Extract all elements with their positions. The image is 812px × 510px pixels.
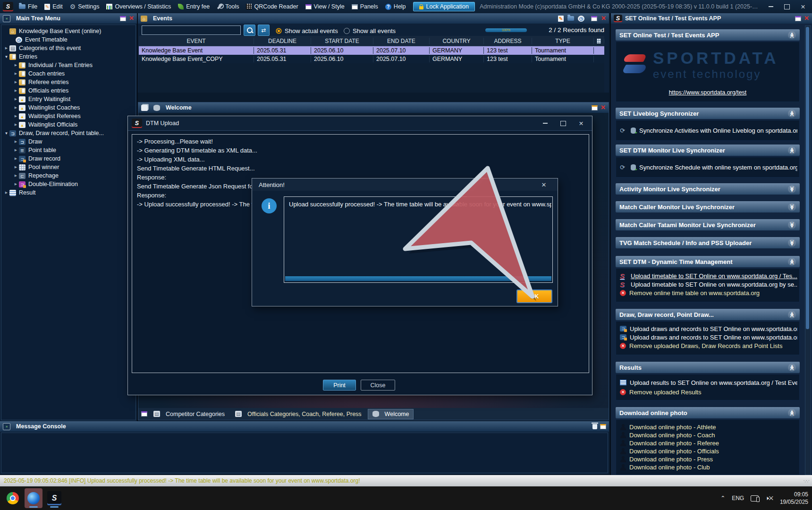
section-draw-record[interactable]: Draw, Draw record, Point Draw...≪ [616,309,800,320]
minimize-button[interactable] [764,1,778,12]
expand-icon[interactable]: ≪ [788,203,796,211]
refresh-filter-button[interactable]: ⇄ [258,25,270,36]
download-photo-athlete[interactable]: Download online photo - Athlete [620,423,797,431]
upload-timetable-link[interactable]: SUpload timetable to SET Online on www.s… [620,272,797,280]
events-table-header[interactable]: EVENTDEADLINE START DATEEND DATE COUNTRY… [139,36,604,46]
section-set-dtm[interactable]: SET DTM - Dynamic Time Management≪ [616,256,800,267]
close-dialog-button[interactable]: Close [361,380,395,391]
menu-tools[interactable]: Tools [217,3,239,10]
events-restore-icon[interactable] [591,16,597,21]
expand-icon[interactable]: ≪ [788,185,796,193]
collapse-icon[interactable]: ≪ [788,258,796,266]
upload-draws-link-2[interactable]: ⊐Upload draws and records to SET Online … [620,333,797,341]
tree-item-referee-entries[interactable]: Referee entries [3,78,135,86]
tree-item-coach-entries[interactable]: Coach entries [3,69,135,78]
edit-event-icon[interactable]: ✎ [558,16,564,22]
tree-close-icon[interactable]: ✕ [129,16,134,21]
menu-overviews-statistics[interactable]: Overviews / Statistics [106,3,171,10]
display-icon[interactable] [751,495,759,502]
collapse-icon[interactable]: ≪ [788,146,796,154]
collapse-icon[interactable]: ≪ [788,110,796,118]
tab-competitor-categories[interactable]: Competitor Categories [149,409,229,419]
remove-online-timetable-link[interactable]: ✕Remove online time table on www.sportda… [620,289,797,297]
menu-entry-fee[interactable]: Entry fee [178,3,210,10]
volume-muted-icon[interactable]: 🕨✕ [765,495,773,502]
upload-draws-link-1[interactable]: ⊐Upload draws and records to SET Online … [620,324,797,333]
menu-edit[interactable]: ✎Edit [44,3,63,10]
tree-item-draw-group[interactable]: Draw, Draw record, Point table... [3,129,135,137]
collapse-icon[interactable]: ≪ [788,409,796,417]
tree-item-double-elimination[interactable]: Double-Elimination [3,180,135,188]
download-photo-referee[interactable]: Download online photo - Referee [620,439,797,447]
upload-results-link[interactable]: Upload results to SET Online on www.spor… [620,378,797,387]
menu-help[interactable]: ?Help [385,3,406,10]
tab-officials-categories[interactable]: Officials Categories, Coach, Referee, Pr… [231,409,366,419]
resize-grip[interactable]: ⸪⸪ [804,478,808,484]
expand-icon[interactable]: ≪ [788,221,796,229]
radio-show-all-events[interactable]: Show all events [344,27,396,34]
tree-item-officials-entries[interactable]: Officials entries [3,86,135,95]
welcome-restore-icon[interactable] [592,105,598,110]
collapse-icon[interactable]: ≪ [788,311,796,319]
tree-item-waitinglist-officials[interactable]: Waitinglist Officials [3,120,135,129]
tree-restore-icon[interactable] [120,16,126,21]
sidebar-scrollbar[interactable] [805,26,811,475]
tree-item-waitinglist-referees[interactable]: Waitinglist Referees [3,112,135,120]
download-photo-press[interactable]: Download online photo - Press [620,455,797,463]
tree-item-waitinglist-coaches[interactable]: Waitinglist Coaches [3,103,135,112]
event-search-input[interactable] [142,26,241,35]
attention-titlebar[interactable]: Attention! ✕ [252,178,558,191]
menu-file[interactable]: File [19,3,37,10]
print-button[interactable]: Print [323,380,356,391]
tree-item-event-timetable[interactable]: Event Timetable [3,35,135,44]
download-photo-club[interactable]: Download online photo - Club [620,463,797,471]
tree-item-categories[interactable]: Categories of this event [3,44,135,52]
menu-panels[interactable]: Panels [352,3,378,10]
taskbar-sportdata-button[interactable]: S [45,488,63,508]
collapse-icon[interactable]: ≪ [788,31,796,39]
tree-item-knowledge-base-event[interactable]: Knowledge Base Event (online) [3,27,135,35]
section-download-photo[interactable]: Download online photo≪ [616,407,800,418]
section-activity-monitor[interactable]: Activity Monitor Live Synchronizer≪ [616,183,800,195]
tree-item-result[interactable]: Result [3,188,135,197]
welcome-close-icon[interactable]: ✕ [601,105,606,110]
download-photo-coach[interactable]: Download online photo - Coach [620,431,797,439]
events-close-icon[interactable]: ✕ [601,16,606,21]
maximize-button[interactable] [780,1,794,12]
sportdata-test-link[interactable]: https://www.sportdata.org/test [616,89,799,96]
close-button[interactable]: ✕ [796,1,810,12]
sync-liveblog-item[interactable]: ⟳Synchronize Activities with Online Live… [620,126,797,135]
tree-item-draw-record[interactable]: Draw record [3,154,135,163]
taskbar-clock[interactable]: 09:05 19/05/2025 [780,491,808,506]
section-liveblog-sync[interactable]: SET Liveblog Synchronizer≪ [616,108,800,119]
search-button[interactable] [244,25,255,36]
tree-item-repechage[interactable]: Repechage [3,171,135,180]
dtm-minimize-button[interactable] [538,118,552,128]
upload-timetable-by-session-link[interactable]: SUpload timetable to SET Online on www.s… [620,280,797,289]
dtm-dialog-titlebar[interactable]: S DTM Upload ✕ [128,116,592,131]
taskbar-active-app-button[interactable] [25,488,42,508]
menu-qrcode-reader[interactable]: QRCode Reader [246,3,298,10]
dtm-close-button[interactable]: ✕ [574,118,588,128]
ok-button[interactable]: OK [516,289,552,303]
column-options-icon[interactable] [597,39,601,43]
open-event-icon[interactable] [567,16,574,21]
attention-close-button[interactable]: ✕ [537,179,551,190]
tree-item-point-table[interactable]: Point table [3,146,135,154]
language-indicator[interactable]: ENG [732,495,744,502]
taskbar-chrome-button[interactable] [4,488,22,508]
sidebar-restore-icon[interactable] [795,16,801,21]
tree-item-pool-winner[interactable]: Pool winner [3,163,135,171]
section-match-caller-monitor[interactable]: Match Caller Monitor Live Synchronizer≪ [616,201,800,212]
tree-item-entry-waitinglist[interactable]: Entry Waitinglist [3,95,135,103]
tree-item-draw[interactable]: Draw [3,137,135,146]
console-restore-icon[interactable] [600,424,606,429]
dtm-maximize-button[interactable] [556,118,570,128]
remove-draws-link[interactable]: ✕Remove uploaded Draws, Draw Records and… [620,341,797,350]
tree-item-individual-team-entries[interactable]: Individual / Team Entries [3,61,135,69]
tab-bar-window-icon[interactable] [141,411,147,416]
section-results[interactable]: Results≪ [616,362,800,373]
collapse-icon[interactable]: ≪ [788,364,796,372]
table-row[interactable]: Knowledge Base Event_COPY2025.05.31 2025… [139,55,604,63]
tray-expand-icon[interactable]: ⌃ [720,495,725,502]
